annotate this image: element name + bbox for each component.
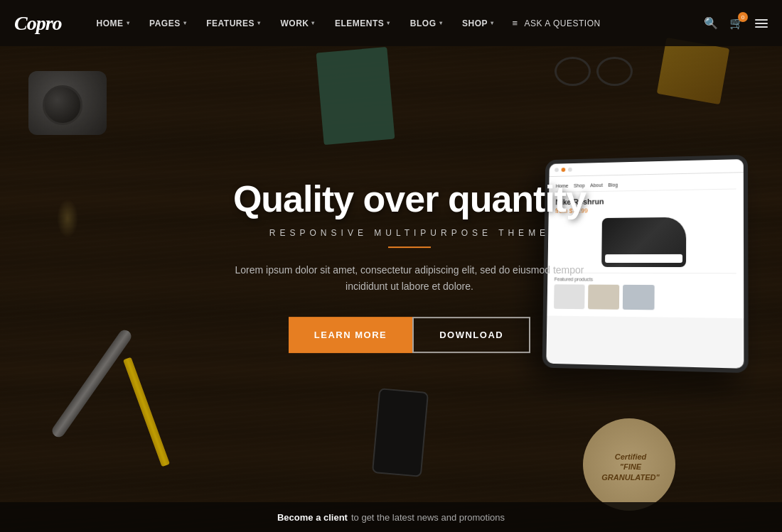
- cart-button[interactable]: 🛒 0: [729, 16, 744, 30]
- nav-item-elements[interactable]: ELEMENTS ▾: [325, 13, 400, 34]
- chevron-down-icon: ▾: [311, 20, 315, 26]
- search-icon: 🔍: [704, 17, 718, 29]
- menu-line: [755, 19, 768, 21]
- hero-content: Quality over quantity RESPONSIVE MULTIPU…: [225, 179, 594, 354]
- nav-label-home: HOME: [97, 18, 124, 28]
- cart-badge: 0: [738, 12, 748, 22]
- learn-more-button[interactable]: LEARN MORE: [289, 317, 412, 353]
- nav-icons: 🔍 🛒 0: [704, 16, 768, 30]
- hero-title: Quality over quantity: [225, 179, 594, 219]
- navbar: Copro HOME ▾ PAGES ▾ FEATURES ▾ WORK ▾ E…: [0, 0, 782, 46]
- nav-label-elements: ELEMENTS: [335, 18, 384, 28]
- tab-dot: [555, 168, 559, 172]
- bottom-bar-text: to get the latest news and promotions: [351, 512, 505, 523]
- chevron-down-icon: ▾: [257, 20, 261, 26]
- nav-ask-question[interactable]: ≡ ASK A QUESTION: [504, 12, 609, 34]
- site-logo[interactable]: Copro: [14, 12, 62, 35]
- tablet-thumb: [623, 285, 655, 310]
- nav-item-work[interactable]: WORK ▾: [270, 13, 325, 34]
- nav-item-shop[interactable]: SHOP ▾: [452, 13, 504, 34]
- bottom-bar: Become a client to get the latest news a…: [0, 502, 782, 532]
- hamburger-icon: [755, 19, 768, 28]
- tab-dot: [568, 168, 572, 172]
- nav-label-work: WORK: [280, 18, 309, 28]
- chevron-down-icon: ▾: [439, 20, 443, 26]
- bottom-bar-highlight[interactable]: Become a client: [277, 512, 348, 523]
- nav-item-home[interactable]: HOME ▾: [87, 13, 140, 34]
- tab-dot-active: [562, 168, 566, 172]
- menu-button[interactable]: [755, 19, 768, 28]
- ask-label: ASK A QUESTION: [525, 18, 601, 28]
- nav-label-pages: PAGES: [149, 18, 181, 28]
- menu-line: [755, 23, 768, 24]
- nav-label-features: FEATURES: [206, 18, 255, 28]
- nav-label-blog: BLOG: [410, 18, 436, 28]
- hero-buttons: LEARN MORE DOWNLOAD: [225, 317, 594, 353]
- chevron-down-icon: ▾: [127, 20, 130, 26]
- nav-item-features[interactable]: FEATURES ▾: [196, 13, 270, 34]
- nav-item-blog[interactable]: BLOG ▾: [400, 13, 452, 34]
- tablet-nav-item: Blog: [608, 183, 618, 188]
- nav-menu: HOME ▾ PAGES ▾ FEATURES ▾ WORK ▾ ELEMENT…: [87, 12, 704, 34]
- menu-line: [755, 26, 768, 28]
- nav-item-pages[interactable]: PAGES ▾: [139, 13, 196, 34]
- chevron-down-icon: ▾: [491, 20, 494, 26]
- search-button[interactable]: 🔍: [704, 16, 718, 30]
- chevron-down-icon: ▾: [387, 20, 390, 26]
- menu-lines-icon: ≡: [513, 18, 518, 28]
- tablet-shoe-image: [601, 217, 686, 267]
- hero-subtitle: RESPONSIVE MULTIPURPOSE THEME: [225, 228, 594, 238]
- nav-label-shop: SHOP: [462, 18, 488, 28]
- chevron-down-icon: ▾: [183, 20, 187, 26]
- hero-divider: [388, 246, 431, 248]
- hero-description: Lorem ipsum dolor sit amet, consectetur …: [225, 262, 594, 296]
- download-button[interactable]: DOWNLOAD: [412, 317, 530, 353]
